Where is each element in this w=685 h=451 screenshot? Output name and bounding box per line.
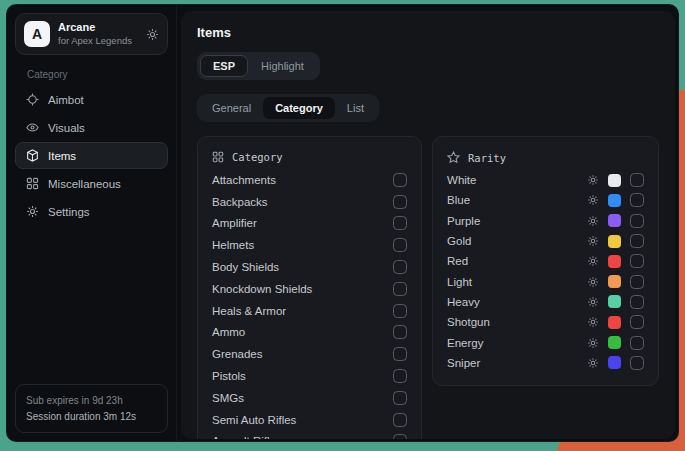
rarity-checkbox[interactable]	[630, 315, 644, 329]
app-meta: Arcane for Apex Legends	[58, 21, 138, 47]
rarity-checkbox[interactable]	[630, 295, 644, 309]
category-panel-header: Category	[212, 151, 407, 163]
category-row-label: Attachments	[212, 174, 393, 186]
category-row: Backpacks	[212, 191, 407, 213]
category-checkbox[interactable]	[393, 173, 407, 187]
rarity-color-swatch[interactable]	[608, 275, 621, 288]
category-checkbox[interactable]	[393, 391, 407, 405]
rarity-row: Heavy	[447, 292, 644, 312]
rarity-row-controls	[587, 295, 644, 309]
rarity-checkbox[interactable]	[630, 234, 644, 248]
category-row: Pistols	[212, 365, 407, 387]
tab-category[interactable]: Category	[263, 97, 335, 119]
items-tabs: General Category List	[197, 94, 379, 122]
rarity-row-label: Gold	[447, 235, 587, 247]
highlight-toggle-button[interactable]: Highlight	[248, 55, 317, 77]
category-checkbox[interactable]	[393, 238, 407, 252]
tab-general[interactable]: General	[200, 97, 263, 119]
category-grid-icon	[212, 151, 224, 163]
gear-icon[interactable]	[146, 28, 159, 41]
rarity-color-swatch[interactable]	[608, 174, 621, 187]
category-row-label: Grenades	[212, 348, 393, 360]
rarity-row: Shotgun	[447, 312, 644, 332]
category-checkbox[interactable]	[393, 260, 407, 274]
category-checkbox[interactable]	[393, 434, 407, 439]
category-row: Grenades	[212, 343, 407, 365]
rarity-checkbox[interactable]	[630, 356, 644, 370]
category-row: Heals & Armor	[212, 300, 407, 322]
sidebar-item-items[interactable]: Items	[15, 142, 168, 169]
category-checkbox[interactable]	[393, 369, 407, 383]
gear-icon[interactable]	[587, 194, 599, 206]
category-row-label: Amplifier	[212, 217, 393, 229]
gear-icon[interactable]	[587, 255, 599, 267]
rarity-checkbox[interactable]	[630, 193, 644, 207]
gear-icon[interactable]	[587, 215, 599, 227]
rarity-row-controls	[587, 315, 644, 329]
sidebar-item-settings[interactable]: Settings	[15, 198, 168, 225]
rarity-checkbox[interactable]	[630, 173, 644, 187]
app-subtitle: for Apex Legends	[58, 35, 138, 47]
rarity-row-label: White	[447, 174, 587, 186]
gear-icon[interactable]	[587, 337, 599, 349]
sidebar-item-label: Visuals	[48, 122, 85, 134]
category-checkbox[interactable]	[393, 216, 407, 230]
gear-icon[interactable]	[587, 174, 599, 186]
rarity-color-swatch[interactable]	[608, 235, 621, 248]
rarity-color-swatch[interactable]	[608, 336, 621, 349]
category-checkbox[interactable]	[393, 413, 407, 427]
rarity-panel-header: Rarity	[447, 151, 644, 164]
sidebar-item-miscellaneous[interactable]: Miscellaneous	[15, 170, 168, 197]
rarity-color-swatch[interactable]	[608, 194, 621, 207]
rarity-row-label: Red	[447, 255, 587, 267]
rarity-row-controls	[587, 275, 644, 289]
rarity-checkbox[interactable]	[630, 336, 644, 350]
category-panel-title: Category	[232, 151, 283, 163]
rarity-row-controls	[587, 214, 644, 228]
gear-icon[interactable]	[587, 316, 599, 328]
rarity-row-controls	[587, 193, 644, 207]
rarity-row-label: Light	[447, 276, 587, 288]
box-icon	[26, 149, 39, 162]
rarity-color-swatch[interactable]	[608, 214, 621, 227]
tab-list[interactable]: List	[335, 97, 376, 119]
app-title: Arcane	[58, 21, 138, 35]
category-row-label: Semi Auto Rifles	[212, 414, 393, 426]
sidebar-item-visuals[interactable]: Visuals	[15, 114, 168, 141]
sidebar-item-label: Settings	[48, 206, 90, 218]
gear-icon[interactable]	[587, 296, 599, 308]
rarity-checkbox[interactable]	[630, 254, 644, 268]
page-title: Items	[197, 25, 659, 40]
esp-toggle-button[interactable]: ESP	[200, 55, 248, 77]
rarity-checkbox[interactable]	[630, 214, 644, 228]
main-content: Items ESP Highlight General Category Lis…	[181, 11, 675, 439]
category-row: Knockdown Shields	[212, 278, 407, 300]
rarity-color-swatch[interactable]	[608, 295, 621, 308]
category-checkbox[interactable]	[393, 347, 407, 361]
rarity-color-swatch[interactable]	[608, 255, 621, 268]
rarity-row-label: Purple	[447, 215, 587, 227]
rarity-row-label: Energy	[447, 337, 587, 349]
category-row-label: Heals & Armor	[212, 305, 393, 317]
category-checkbox[interactable]	[393, 195, 407, 209]
rarity-color-swatch[interactable]	[608, 316, 621, 329]
gear-icon[interactable]	[587, 235, 599, 247]
rarity-row-label: Heavy	[447, 296, 587, 308]
rarity-row-label: Sniper	[447, 357, 587, 369]
rarity-panel: Rarity White	[432, 136, 659, 386]
category-checkbox[interactable]	[393, 282, 407, 296]
eye-icon	[26, 121, 39, 134]
sidebar-item-label: Aimbot	[48, 94, 84, 106]
category-row: Helmets	[212, 234, 407, 256]
gear-icon[interactable]	[587, 276, 599, 288]
gear-icon[interactable]	[587, 357, 599, 369]
category-checkbox[interactable]	[393, 325, 407, 339]
category-row-label: Assault Rifles	[212, 435, 393, 439]
category-row-label: SMGs	[212, 392, 393, 404]
category-checkbox[interactable]	[393, 304, 407, 318]
category-row: SMGs	[212, 387, 407, 409]
rarity-row-controls	[587, 254, 644, 268]
sidebar-item-aimbot[interactable]: Aimbot	[15, 86, 168, 113]
rarity-checkbox[interactable]	[630, 275, 644, 289]
rarity-color-swatch[interactable]	[608, 356, 621, 369]
